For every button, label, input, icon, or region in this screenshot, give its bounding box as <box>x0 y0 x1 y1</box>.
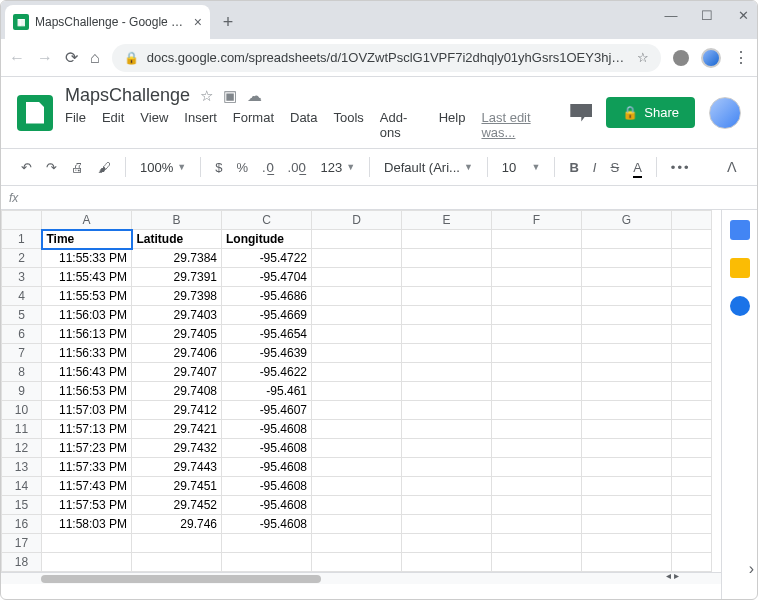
cell[interactable]: -95.4669 <box>222 306 312 325</box>
cell[interactable]: 11:57:03 PM <box>42 401 132 420</box>
cell[interactable]: -95.461 <box>222 382 312 401</box>
cell[interactable]: -95.4608 <box>222 439 312 458</box>
column-header[interactable]: B <box>132 211 222 230</box>
cell[interactable]: 11:56:43 PM <box>42 363 132 382</box>
cell[interactable]: -95.4607 <box>222 401 312 420</box>
cell[interactable] <box>402 268 492 287</box>
cell[interactable] <box>402 420 492 439</box>
cell[interactable] <box>582 249 672 268</box>
cell[interactable] <box>582 553 672 572</box>
cell[interactable] <box>402 515 492 534</box>
cell[interactable]: 11:57:53 PM <box>42 496 132 515</box>
cell[interactable]: -95.4639 <box>222 344 312 363</box>
menu-view[interactable]: View <box>140 110 168 140</box>
cell[interactable] <box>582 515 672 534</box>
cell[interactable]: 29.7421 <box>132 420 222 439</box>
cell[interactable] <box>312 515 402 534</box>
window-maximize-icon[interactable]: ☐ <box>700 8 714 23</box>
cell[interactable]: 29.7408 <box>132 382 222 401</box>
cell[interactable] <box>492 401 582 420</box>
zoom-dropdown[interactable]: 100%▼ <box>136 158 190 177</box>
cell[interactable] <box>582 458 672 477</box>
window-close-icon[interactable]: ✕ <box>736 8 750 23</box>
column-header[interactable]: D <box>312 211 402 230</box>
column-header[interactable]: E <box>402 211 492 230</box>
cell[interactable] <box>402 230 492 249</box>
cell[interactable] <box>492 230 582 249</box>
row-header[interactable]: 1 <box>2 230 42 249</box>
cell[interactable]: 11:57:13 PM <box>42 420 132 439</box>
cell[interactable]: 11:57:23 PM <box>42 439 132 458</box>
sheet-nav-arrows[interactable]: ◂ ▸ <box>666 570 679 581</box>
cell[interactable]: -95.4608 <box>222 477 312 496</box>
cell[interactable] <box>492 306 582 325</box>
cell[interactable] <box>402 477 492 496</box>
tasks-addon-icon[interactable] <box>730 296 750 316</box>
cell[interactable]: 29.7398 <box>132 287 222 306</box>
cell[interactable] <box>582 306 672 325</box>
cell[interactable]: 11:55:43 PM <box>42 268 132 287</box>
cell[interactable]: Time <box>42 230 132 249</box>
font-dropdown[interactable]: Default (Ari...▼ <box>380 158 477 177</box>
cell[interactable] <box>492 268 582 287</box>
collapse-toolbar-button[interactable]: ᐱ <box>723 157 741 177</box>
row-header[interactable]: 11 <box>2 420 42 439</box>
reload-button[interactable]: ⟳ <box>65 48 78 67</box>
cell[interactable] <box>582 477 672 496</box>
cell[interactable] <box>312 496 402 515</box>
comments-icon[interactable] <box>570 104 592 122</box>
account-avatar-icon[interactable] <box>709 97 741 129</box>
cell[interactable] <box>132 553 222 572</box>
cell[interactable] <box>582 439 672 458</box>
forward-button[interactable]: → <box>37 49 53 67</box>
row-header[interactable]: 10 <box>2 401 42 420</box>
cell[interactable] <box>492 382 582 401</box>
extension-icon[interactable] <box>673 50 689 66</box>
spreadsheet-grid[interactable]: ABCDEFG 1TimeLatitudeLongitude211:55:33 … <box>1 210 721 600</box>
cell[interactable] <box>312 287 402 306</box>
cell[interactable] <box>402 306 492 325</box>
cell[interactable]: 29.7391 <box>132 268 222 287</box>
bookmark-star-icon[interactable]: ☆ <box>637 50 649 65</box>
cell[interactable] <box>402 382 492 401</box>
cell[interactable]: 11:56:53 PM <box>42 382 132 401</box>
row-header[interactable]: 14 <box>2 477 42 496</box>
row-header[interactable]: 12 <box>2 439 42 458</box>
select-all-corner[interactable] <box>2 211 42 230</box>
cell[interactable] <box>312 401 402 420</box>
close-tab-icon[interactable]: × <box>194 14 202 30</box>
cell[interactable] <box>402 401 492 420</box>
url-input[interactable]: 🔒 docs.google.com/spreadsheets/d/1OVZwtP… <box>112 44 661 72</box>
cell[interactable]: -95.4654 <box>222 325 312 344</box>
cell[interactable]: 29.7406 <box>132 344 222 363</box>
cell[interactable]: -95.4622 <box>222 363 312 382</box>
cell[interactable]: 29.7451 <box>132 477 222 496</box>
cell[interactable] <box>492 515 582 534</box>
cell[interactable] <box>402 363 492 382</box>
cell[interactable] <box>492 287 582 306</box>
row-header[interactable]: 18 <box>2 553 42 572</box>
cell[interactable] <box>582 268 672 287</box>
strikethrough-button[interactable]: S <box>606 158 623 177</box>
cell[interactable] <box>492 439 582 458</box>
window-minimize-icon[interactable]: — <box>664 8 678 23</box>
column-header[interactable]: A <box>42 211 132 230</box>
cell[interactable]: 29.7412 <box>132 401 222 420</box>
italic-button[interactable]: I <box>589 158 601 177</box>
share-button[interactable]: 🔒 Share <box>606 97 695 128</box>
move-folder-icon[interactable]: ▣ <box>223 87 237 105</box>
currency-button[interactable]: $ <box>211 158 226 177</box>
row-header[interactable]: 17 <box>2 534 42 553</box>
column-header[interactable]: G <box>582 211 672 230</box>
font-size-dropdown[interactable]: 10 ▼ <box>498 158 545 177</box>
cell[interactable]: -95.4608 <box>222 515 312 534</box>
row-header[interactable]: 7 <box>2 344 42 363</box>
cell[interactable] <box>492 496 582 515</box>
cell[interactable] <box>582 401 672 420</box>
cell[interactable]: 11:56:03 PM <box>42 306 132 325</box>
cell[interactable] <box>582 344 672 363</box>
row-header[interactable]: 16 <box>2 515 42 534</box>
cell[interactable]: 29.7403 <box>132 306 222 325</box>
menu-file[interactable]: File <box>65 110 86 140</box>
cell[interactable] <box>402 439 492 458</box>
